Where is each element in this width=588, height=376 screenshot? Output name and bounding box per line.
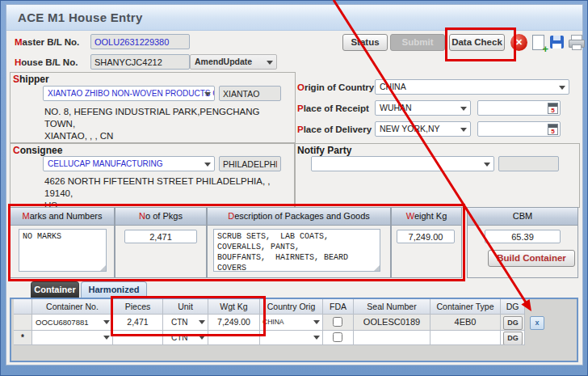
seal-header: Seal Number	[354, 299, 430, 315]
delete-icon[interactable]: ✕	[510, 34, 527, 51]
dg-header: DG	[501, 299, 525, 315]
chevron-down-icon	[204, 92, 211, 96]
marks-textarea[interactable]: NO MARKS	[19, 229, 107, 272]
ace-m1-house-entry-window: ACE M1 House Entry Master B/L No. Status…	[0, 0, 588, 376]
wgt-cell[interactable]	[208, 331, 260, 345]
description-header: Description of Packages and Goods	[228, 208, 370, 225]
place-of-receipt-value: WUHAN	[380, 103, 412, 112]
pieces-header: Pieces	[113, 299, 163, 315]
submit-button: Submit	[390, 34, 445, 51]
unit-cell[interactable]: CTN	[163, 315, 208, 331]
new-document-icon[interactable]: +	[530, 34, 547, 51]
consignee-code-input[interactable]	[219, 156, 281, 171]
dg-button[interactable]: DG	[503, 332, 523, 345]
row-selector-header	[14, 299, 32, 315]
dg-cell: DG	[501, 315, 525, 331]
delete-row-button[interactable]: x	[530, 316, 544, 330]
fda-cell	[323, 315, 354, 331]
chevron-down-icon	[313, 320, 320, 324]
seal-cell[interactable]: OOLESC0189	[354, 315, 430, 331]
country-value: CHINA	[262, 318, 284, 326]
house-bl-label: House B/L No.	[15, 57, 78, 67]
shipper-name-dropdown[interactable]: XIANTAO ZHIBO NON-WOVEN PRODUCTS CO.	[43, 86, 215, 101]
save-icon[interactable]	[549, 34, 566, 51]
unit-value: CTN	[171, 333, 188, 342]
floppy-glyph	[550, 36, 564, 49]
container-no-header: Container No.	[32, 299, 113, 315]
shipper-label: Shipper	[13, 74, 49, 85]
wgt-cell[interactable]: 7,249.00	[208, 315, 260, 331]
build-container-button[interactable]: Build Container	[488, 250, 575, 267]
description-textarea[interactable]: SCRUB SETS, LAB COATS, COVERALLS, PANTS,…	[213, 229, 380, 272]
pieces-cell[interactable]: 2,471	[113, 315, 163, 331]
fda-checkbox[interactable]	[333, 317, 342, 327]
chevron-down-icon	[313, 336, 320, 340]
container-no-cell[interactable]	[32, 331, 113, 345]
container-no-cell[interactable]: OOCU6807881	[32, 315, 113, 331]
resize-handle-icon	[374, 265, 380, 271]
container-type-header: Container Type	[430, 299, 501, 315]
origin-country-value: CHINA	[380, 82, 406, 91]
seal-cell[interactable]	[354, 331, 430, 345]
amend-update-dropdown[interactable]: AmendUpdate	[190, 54, 277, 70]
calendar-icon[interactable]: 5	[548, 124, 558, 135]
unit-value: CTN	[171, 318, 188, 327]
origin-country-dropdown[interactable]: CHINA	[375, 79, 569, 95]
cbm-input[interactable]	[485, 230, 561, 243]
tab-harmonized[interactable]: Harmonized	[81, 281, 147, 298]
house-bl-input[interactable]	[90, 54, 190, 70]
weight-header: Weight Kg	[406, 208, 447, 225]
pkgs-header: No of Pkgs	[139, 208, 183, 225]
container-type-cell[interactable]	[430, 331, 501, 345]
marks-header: Marks and Numbers	[22, 208, 102, 225]
master-bl-label: Master B/L No.	[15, 37, 79, 47]
place-of-delivery-dropdown[interactable]: NEW YORK,NY	[375, 121, 471, 137]
fda-checkbox[interactable]	[333, 332, 342, 342]
container-no-value: OOCU6807881	[36, 318, 88, 327]
cbm-header: CBM	[513, 211, 532, 221]
calendar-icon[interactable]: 5	[548, 103, 558, 114]
shipper-name-value: XIANTAO ZHIBO NON-WOVEN PRODUCTS CO.	[48, 89, 215, 98]
country-header: Country Orig	[260, 299, 323, 315]
chevron-down-icon	[267, 61, 273, 65]
dg-button[interactable]: DG	[503, 316, 523, 330]
consignee-name-dropdown[interactable]: CELLUCAP MANUFACTURING	[43, 156, 215, 171]
pieces-cell[interactable]	[113, 331, 163, 345]
window-title: ACE M1 House Entry	[18, 11, 143, 24]
place-of-receipt-dropdown[interactable]: WUHAN	[375, 100, 471, 116]
delivery-date-input[interactable]: 5	[477, 121, 561, 137]
chevron-down-icon	[199, 336, 205, 340]
amend-update-value: AmendUpdate	[195, 57, 252, 66]
pkgs-input[interactable]	[124, 230, 197, 243]
data-check-button[interactable]: Data Check	[449, 34, 505, 51]
print-icon[interactable]	[568, 34, 585, 51]
receipt-date-input[interactable]: 5	[477, 100, 561, 116]
status-button[interactable]: Status	[342, 34, 388, 51]
wgt-header: Wgt Kg	[208, 299, 260, 315]
shipper-code-input[interactable]	[219, 86, 281, 101]
unit-cell[interactable]: CTN	[163, 331, 208, 345]
title-bar: ACE M1 House Entry	[6, 5, 582, 31]
master-bl-input[interactable]	[90, 34, 190, 49]
container-type-cell[interactable]: 4EB0	[430, 315, 501, 331]
chevron-down-icon	[460, 128, 467, 132]
chevron-down-icon	[199, 320, 205, 324]
container-panel: Container No. Pieces Unit Wgt Kg Country…	[10, 298, 578, 362]
place-of-delivery-label: Place of Delivery	[297, 125, 372, 134]
consignee-label: Consignee	[13, 145, 62, 156]
country-cell[interactable]: CHINA	[260, 315, 323, 331]
notify-party-label: Notify Party	[297, 145, 351, 156]
dg-cell: DG	[501, 331, 525, 345]
chevron-down-icon	[103, 320, 110, 324]
row-selector[interactable]	[14, 315, 32, 331]
weight-input[interactable]	[397, 230, 455, 243]
chevron-down-icon	[559, 86, 565, 90]
fda-header: FDA	[323, 299, 354, 315]
chevron-down-icon	[484, 163, 490, 167]
tab-container[interactable]: Container	[31, 281, 79, 298]
plus-glyph: +	[542, 45, 548, 53]
unit-header: Unit	[163, 299, 208, 315]
country-cell[interactable]	[260, 331, 323, 345]
notify-party-dropdown[interactable]	[311, 156, 494, 171]
notify-party-code-input[interactable]	[498, 156, 559, 171]
